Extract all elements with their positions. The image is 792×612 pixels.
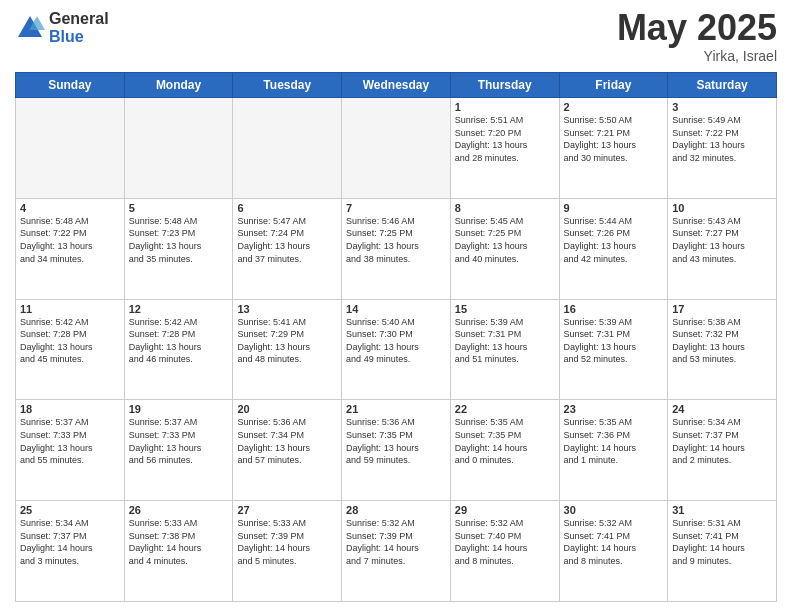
day-info: Sunrise: 5:48 AM Sunset: 7:23 PM Dayligh… — [129, 215, 229, 265]
day-number: 12 — [129, 303, 229, 315]
day-info: Sunrise: 5:45 AM Sunset: 7:25 PM Dayligh… — [455, 215, 555, 265]
calendar-cell: 26Sunrise: 5:33 AM Sunset: 7:38 PM Dayli… — [124, 501, 233, 602]
day-info: Sunrise: 5:34 AM Sunset: 7:37 PM Dayligh… — [672, 416, 772, 466]
calendar-cell: 8Sunrise: 5:45 AM Sunset: 7:25 PM Daylig… — [450, 198, 559, 299]
calendar-cell: 14Sunrise: 5:40 AM Sunset: 7:30 PM Dayli… — [342, 299, 451, 400]
day-number: 18 — [20, 403, 120, 415]
location: Yirka, Israel — [617, 48, 777, 64]
day-info: Sunrise: 5:43 AM Sunset: 7:27 PM Dayligh… — [672, 215, 772, 265]
day-number: 13 — [237, 303, 337, 315]
calendar-cell: 16Sunrise: 5:39 AM Sunset: 7:31 PM Dayli… — [559, 299, 668, 400]
calendar-week-row: 11Sunrise: 5:42 AM Sunset: 7:28 PM Dayli… — [16, 299, 777, 400]
calendar-cell: 7Sunrise: 5:46 AM Sunset: 7:25 PM Daylig… — [342, 198, 451, 299]
calendar-cell: 27Sunrise: 5:33 AM Sunset: 7:39 PM Dayli… — [233, 501, 342, 602]
calendar-cell: 2Sunrise: 5:50 AM Sunset: 7:21 PM Daylig… — [559, 98, 668, 199]
day-header-monday: Monday — [124, 73, 233, 98]
day-number: 29 — [455, 504, 555, 516]
day-header-wednesday: Wednesday — [342, 73, 451, 98]
day-number: 16 — [564, 303, 664, 315]
calendar-cell: 29Sunrise: 5:32 AM Sunset: 7:40 PM Dayli… — [450, 501, 559, 602]
day-info: Sunrise: 5:51 AM Sunset: 7:20 PM Dayligh… — [455, 114, 555, 164]
calendar-table: SundayMondayTuesdayWednesdayThursdayFrid… — [15, 72, 777, 602]
logo-blue-text: Blue — [49, 28, 109, 46]
calendar-cell: 12Sunrise: 5:42 AM Sunset: 7:28 PM Dayli… — [124, 299, 233, 400]
calendar-cell: 10Sunrise: 5:43 AM Sunset: 7:27 PM Dayli… — [668, 198, 777, 299]
day-number: 24 — [672, 403, 772, 415]
day-info: Sunrise: 5:44 AM Sunset: 7:26 PM Dayligh… — [564, 215, 664, 265]
day-info: Sunrise: 5:41 AM Sunset: 7:29 PM Dayligh… — [237, 316, 337, 366]
calendar-cell: 11Sunrise: 5:42 AM Sunset: 7:28 PM Dayli… — [16, 299, 125, 400]
calendar-cell: 25Sunrise: 5:34 AM Sunset: 7:37 PM Dayli… — [16, 501, 125, 602]
day-info: Sunrise: 5:35 AM Sunset: 7:36 PM Dayligh… — [564, 416, 664, 466]
day-number: 21 — [346, 403, 446, 415]
day-number: 5 — [129, 202, 229, 214]
calendar-cell: 23Sunrise: 5:35 AM Sunset: 7:36 PM Dayli… — [559, 400, 668, 501]
calendar-cell: 9Sunrise: 5:44 AM Sunset: 7:26 PM Daylig… — [559, 198, 668, 299]
day-header-thursday: Thursday — [450, 73, 559, 98]
calendar-week-row: 1Sunrise: 5:51 AM Sunset: 7:20 PM Daylig… — [16, 98, 777, 199]
day-info: Sunrise: 5:46 AM Sunset: 7:25 PM Dayligh… — [346, 215, 446, 265]
day-info: Sunrise: 5:42 AM Sunset: 7:28 PM Dayligh… — [129, 316, 229, 366]
logo: General Blue — [15, 10, 109, 46]
calendar-cell: 17Sunrise: 5:38 AM Sunset: 7:32 PM Dayli… — [668, 299, 777, 400]
day-number: 23 — [564, 403, 664, 415]
day-header-tuesday: Tuesday — [233, 73, 342, 98]
day-number: 17 — [672, 303, 772, 315]
day-number: 7 — [346, 202, 446, 214]
calendar-cell: 15Sunrise: 5:39 AM Sunset: 7:31 PM Dayli… — [450, 299, 559, 400]
day-info: Sunrise: 5:34 AM Sunset: 7:37 PM Dayligh… — [20, 517, 120, 567]
day-info: Sunrise: 5:33 AM Sunset: 7:38 PM Dayligh… — [129, 517, 229, 567]
day-number: 26 — [129, 504, 229, 516]
calendar-week-row: 18Sunrise: 5:37 AM Sunset: 7:33 PM Dayli… — [16, 400, 777, 501]
title-block: May 2025 Yirka, Israel — [617, 10, 777, 64]
calendar-cell — [16, 98, 125, 199]
day-number: 15 — [455, 303, 555, 315]
day-info: Sunrise: 5:37 AM Sunset: 7:33 PM Dayligh… — [20, 416, 120, 466]
calendar-cell: 30Sunrise: 5:32 AM Sunset: 7:41 PM Dayli… — [559, 501, 668, 602]
page: General Blue May 2025 Yirka, Israel Sund… — [0, 0, 792, 612]
day-info: Sunrise: 5:38 AM Sunset: 7:32 PM Dayligh… — [672, 316, 772, 366]
calendar-cell: 4Sunrise: 5:48 AM Sunset: 7:22 PM Daylig… — [16, 198, 125, 299]
day-info: Sunrise: 5:32 AM Sunset: 7:41 PM Dayligh… — [564, 517, 664, 567]
calendar-cell: 6Sunrise: 5:47 AM Sunset: 7:24 PM Daylig… — [233, 198, 342, 299]
day-info: Sunrise: 5:32 AM Sunset: 7:40 PM Dayligh… — [455, 517, 555, 567]
day-info: Sunrise: 5:32 AM Sunset: 7:39 PM Dayligh… — [346, 517, 446, 567]
day-number: 1 — [455, 101, 555, 113]
calendar-cell: 28Sunrise: 5:32 AM Sunset: 7:39 PM Dayli… — [342, 501, 451, 602]
calendar-week-row: 25Sunrise: 5:34 AM Sunset: 7:37 PM Dayli… — [16, 501, 777, 602]
day-info: Sunrise: 5:40 AM Sunset: 7:30 PM Dayligh… — [346, 316, 446, 366]
header: General Blue May 2025 Yirka, Israel — [15, 10, 777, 64]
day-number: 19 — [129, 403, 229, 415]
calendar-cell: 31Sunrise: 5:31 AM Sunset: 7:41 PM Dayli… — [668, 501, 777, 602]
day-number: 9 — [564, 202, 664, 214]
day-number: 30 — [564, 504, 664, 516]
day-info: Sunrise: 5:47 AM Sunset: 7:24 PM Dayligh… — [237, 215, 337, 265]
calendar-cell — [124, 98, 233, 199]
day-number: 28 — [346, 504, 446, 516]
calendar-cell: 20Sunrise: 5:36 AM Sunset: 7:34 PM Dayli… — [233, 400, 342, 501]
day-info: Sunrise: 5:42 AM Sunset: 7:28 PM Dayligh… — [20, 316, 120, 366]
calendar-cell: 24Sunrise: 5:34 AM Sunset: 7:37 PM Dayli… — [668, 400, 777, 501]
calendar-header-row: SundayMondayTuesdayWednesdayThursdayFrid… — [16, 73, 777, 98]
calendar-cell: 3Sunrise: 5:49 AM Sunset: 7:22 PM Daylig… — [668, 98, 777, 199]
calendar-cell — [233, 98, 342, 199]
day-header-sunday: Sunday — [16, 73, 125, 98]
day-number: 8 — [455, 202, 555, 214]
day-number: 31 — [672, 504, 772, 516]
calendar-cell: 21Sunrise: 5:36 AM Sunset: 7:35 PM Dayli… — [342, 400, 451, 501]
day-number: 14 — [346, 303, 446, 315]
day-header-saturday: Saturday — [668, 73, 777, 98]
day-info: Sunrise: 5:31 AM Sunset: 7:41 PM Dayligh… — [672, 517, 772, 567]
day-number: 10 — [672, 202, 772, 214]
day-number: 27 — [237, 504, 337, 516]
day-info: Sunrise: 5:39 AM Sunset: 7:31 PM Dayligh… — [564, 316, 664, 366]
day-number: 20 — [237, 403, 337, 415]
calendar-cell: 5Sunrise: 5:48 AM Sunset: 7:23 PM Daylig… — [124, 198, 233, 299]
day-info: Sunrise: 5:36 AM Sunset: 7:35 PM Dayligh… — [346, 416, 446, 466]
logo-icon — [15, 13, 45, 43]
day-header-friday: Friday — [559, 73, 668, 98]
day-number: 2 — [564, 101, 664, 113]
calendar-cell: 19Sunrise: 5:37 AM Sunset: 7:33 PM Dayli… — [124, 400, 233, 501]
day-number: 3 — [672, 101, 772, 113]
calendar-cell — [342, 98, 451, 199]
